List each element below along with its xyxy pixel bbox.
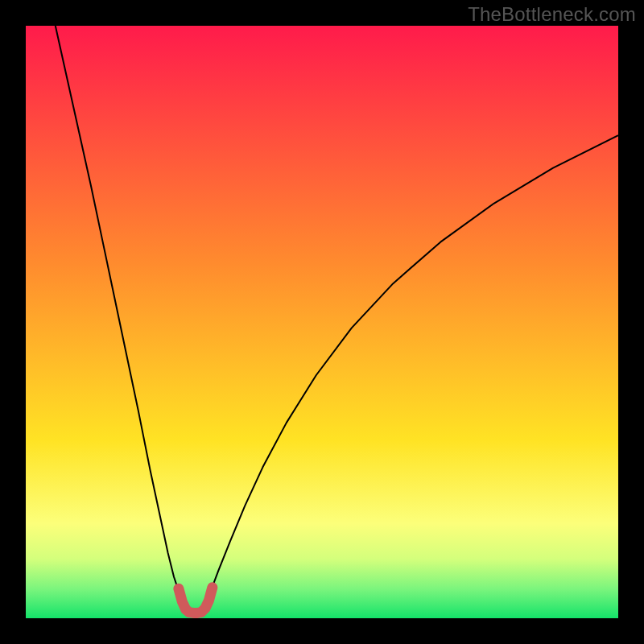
chart-stage: TheBottleneck.com	[0, 0, 644, 644]
watermark-text: TheBottleneck.com	[468, 3, 636, 26]
chart-svg	[26, 26, 618, 618]
plot-area	[26, 26, 618, 618]
plot-inner	[26, 26, 618, 618]
chart-background	[26, 26, 618, 618]
